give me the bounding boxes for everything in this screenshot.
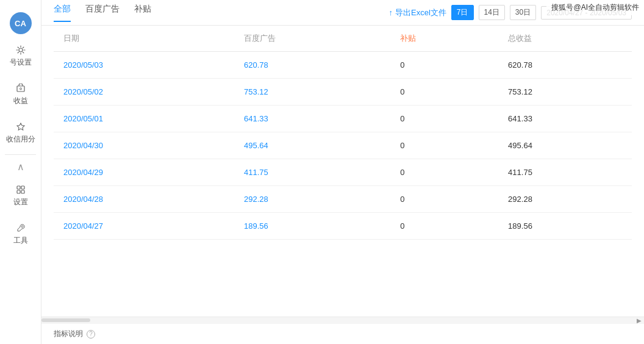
cell-date-5: 2020/04/28 (54, 186, 234, 213)
scrollbar-thumb (41, 318, 90, 322)
settings-icon (15, 44, 27, 56)
table-row: 2020/04/29 411.75 0 411.75 (54, 159, 632, 186)
cell-subsidy-5: 0 (390, 186, 498, 213)
sidebar: CA 号设置 收益 收信用分 ∧ 设置 工具 (0, 0, 41, 344)
cell-baidu-3: 495.64 (234, 132, 390, 159)
cell-subsidy-3: 0 (390, 132, 498, 159)
sidebar-item-tools-label: 工具 (13, 235, 28, 246)
tab-subsidy[interactable]: 补贴 (134, 4, 151, 22)
cell-subsidy-1: 0 (390, 79, 498, 106)
scrollbar-track: ▶ (41, 317, 644, 322)
svg-rect-4 (21, 186, 24, 189)
sidebar-item-tools[interactable]: 工具 (0, 215, 41, 253)
tool-icon (15, 222, 27, 234)
help-icon[interactable]: ? (87, 330, 95, 339)
cell-baidu-6: 189.56 (234, 213, 390, 240)
revenue-icon (15, 82, 27, 95)
sidebar-item-settings-label: 号设置 (10, 57, 32, 68)
credit-icon (15, 121, 27, 133)
table-row: 2020/05/01 641.33 0 641.33 (54, 106, 632, 132)
cell-baidu-1: 753.12 (234, 79, 390, 106)
col-date: 日期 (54, 26, 234, 52)
cell-subsidy-4: 0 (390, 159, 498, 186)
cell-date-4: 2020/04/29 (54, 159, 234, 186)
indicator-label: 指标说明 (54, 329, 83, 339)
avatar: CA (10, 12, 32, 34)
period-14day-button[interactable]: 14日 (479, 5, 505, 20)
cell-date-1: 2020/05/02 (54, 79, 234, 106)
period-30day-button[interactable]: 30日 (510, 5, 536, 20)
sidebar-item-credit-label: 收信用分 (6, 134, 35, 145)
sidebar-item-config[interactable]: 设置 (0, 176, 41, 215)
svg-point-2 (20, 88, 21, 90)
table-row: 2020/05/02 753.12 0 753.12 (54, 79, 632, 106)
cell-total-5: 292.28 (498, 186, 632, 213)
export-button[interactable]: ↑ 导出Excel文件 (389, 7, 446, 18)
svg-rect-5 (17, 190, 20, 193)
period-7day-button[interactable]: 7日 (451, 5, 474, 20)
main-content: 全部 百度广告 补贴 ↑ 导出Excel文件 7日 14日 30日 2020/0… (41, 0, 644, 344)
cell-baidu-4: 411.75 (234, 159, 390, 186)
cell-subsidy-6: 0 (390, 213, 498, 240)
sidebar-item-revenue[interactable]: 收益 (0, 75, 41, 113)
sidebar-item-credit[interactable]: 收信用分 (0, 113, 41, 152)
sidebar-item-settings[interactable]: 号设置 (0, 37, 41, 75)
cell-subsidy-2: 0 (390, 106, 498, 132)
table-header-row: 日期 百度广告 补贴 总收益 (54, 26, 632, 52)
sidebar-item-config-label: 设置 (13, 197, 28, 207)
cell-date-2: 2020/05/01 (54, 106, 234, 132)
revenue-table: 日期 百度广告 补贴 总收益 2020/05/03 620.78 0 620.7… (54, 26, 632, 240)
cell-baidu-2: 641.33 (234, 106, 390, 132)
table-row: 2020/04/30 495.64 0 495.64 (54, 132, 632, 159)
cell-total-2: 641.33 (498, 106, 632, 132)
sidebar-item-revenue-label: 收益 (13, 96, 28, 106)
collapse-button[interactable]: ∧ (0, 157, 41, 176)
svg-rect-1 (17, 86, 24, 91)
svg-point-0 (19, 48, 23, 52)
chevron-up-icon: ∧ (17, 161, 24, 173)
cell-total-6: 189.56 (498, 213, 632, 240)
col-total: 总收益 (498, 26, 632, 52)
col-baidu: 百度广告 (234, 26, 390, 52)
data-table-container[interactable]: 日期 百度广告 补贴 总收益 2020/05/03 620.78 0 620.7… (41, 26, 644, 317)
tab-all[interactable]: 全部 (54, 4, 71, 22)
cell-total-0: 620.78 (498, 52, 632, 79)
cell-date-6: 2020/04/27 (54, 213, 234, 240)
table-row: 2020/05/03 620.78 0 620.78 (54, 52, 632, 79)
scroll-right-arrow: ▶ (637, 317, 642, 324)
date-range: 2020/04/27 - 2020/05/03 (541, 6, 632, 20)
footer: 指标说明 ? (41, 324, 644, 344)
cell-date-0: 2020/05/03 (54, 52, 234, 79)
tab-baidu-ads[interactable]: 百度广告 (85, 4, 120, 22)
svg-rect-3 (17, 186, 20, 189)
cell-baidu-0: 620.78 (234, 52, 390, 79)
cell-total-1: 753.12 (498, 79, 632, 106)
col-subsidy: 补贴 (390, 26, 498, 52)
upload-icon: ↑ (389, 8, 393, 17)
horizontal-scrollbar[interactable]: ▶ (41, 317, 644, 324)
table-row: 2020/04/28 292.28 0 292.28 (54, 186, 632, 213)
svg-rect-6 (21, 190, 24, 193)
config-icon (15, 184, 27, 196)
cell-baidu-5: 292.28 (234, 186, 390, 213)
table-row: 2020/04/27 189.56 0 189.56 (54, 213, 632, 240)
cell-subsidy-0: 0 (390, 52, 498, 79)
cell-date-3: 2020/04/30 (54, 132, 234, 159)
cell-total-3: 495.64 (498, 132, 632, 159)
export-label: 导出Excel文件 (395, 7, 446, 18)
sidebar-divider (5, 154, 36, 155)
cell-total-4: 411.75 (498, 159, 632, 186)
